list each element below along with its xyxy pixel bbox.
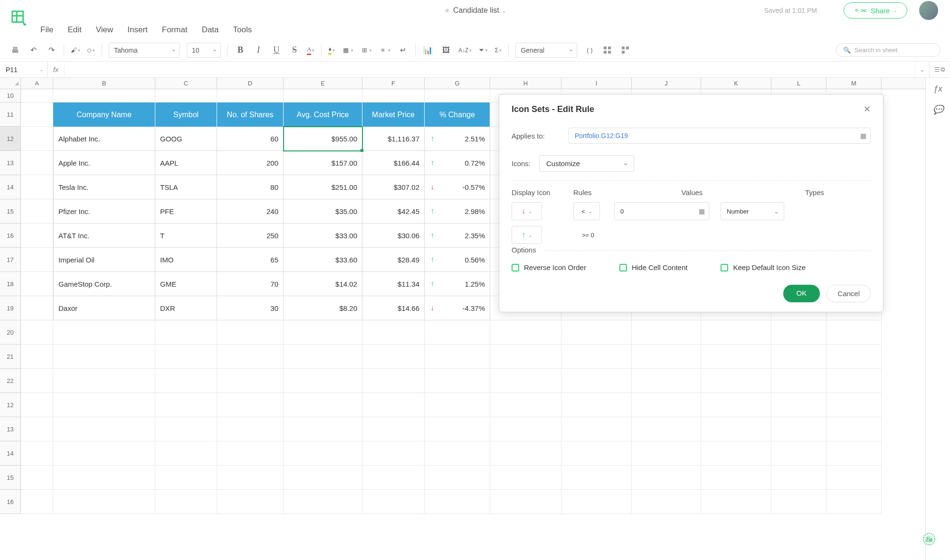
cell[interactable] xyxy=(826,345,882,369)
cell[interactable]: $955.00 xyxy=(284,127,362,151)
cell[interactable] xyxy=(771,466,826,490)
cell[interactable]: GME xyxy=(155,272,217,296)
cell[interactable] xyxy=(826,441,882,466)
cell[interactable] xyxy=(284,417,362,441)
row-header[interactable]: 19 xyxy=(0,296,21,320)
menu-view[interactable]: View xyxy=(96,25,114,35)
cell[interactable]: $157.00 xyxy=(284,151,362,175)
redo-icon[interactable]: ↷ xyxy=(46,44,57,57)
cell[interactable] xyxy=(425,466,490,490)
cell[interactable] xyxy=(701,369,771,393)
cell[interactable]: 70 xyxy=(217,272,284,296)
cell[interactable] xyxy=(425,393,490,417)
cell[interactable] xyxy=(632,369,701,393)
cell[interactable] xyxy=(21,248,53,272)
cell[interactable] xyxy=(771,345,826,369)
user-avatar[interactable] xyxy=(919,1,938,20)
clear-format-icon[interactable]: ◇▾ xyxy=(87,47,95,54)
cell[interactable] xyxy=(362,417,425,441)
cell[interactable]: Market Price xyxy=(362,103,425,127)
cell[interactable] xyxy=(284,369,362,393)
cell[interactable] xyxy=(217,345,284,369)
cell[interactable] xyxy=(771,490,826,514)
row-header[interactable]: 12 xyxy=(0,127,21,151)
cell[interactable] xyxy=(21,393,53,417)
cell[interactable]: $35.00 xyxy=(284,199,362,224)
cell[interactable] xyxy=(771,369,826,393)
cell[interactable] xyxy=(561,369,632,393)
row-header[interactable]: 15 xyxy=(0,466,21,490)
hide-content-checkbox[interactable]: Hide Cell Content xyxy=(619,263,688,271)
cell[interactable] xyxy=(561,320,632,345)
cell[interactable] xyxy=(362,466,425,490)
cell[interactable]: Imperial Oil xyxy=(53,248,155,272)
cancel-button[interactable]: Cancel xyxy=(826,285,871,302)
chevron-down-icon[interactable]: ⌄ xyxy=(502,8,506,13)
cell[interactable] xyxy=(561,441,632,466)
star-icon[interactable]: ★ xyxy=(444,7,450,14)
cell[interactable] xyxy=(217,320,284,345)
cell[interactable] xyxy=(21,296,53,320)
font-size-select[interactable]: 10 xyxy=(187,43,221,58)
icons-select[interactable]: Customize xyxy=(539,155,634,172)
cell[interactable] xyxy=(425,441,490,466)
column-header-J[interactable]: J xyxy=(632,78,701,89)
cell[interactable] xyxy=(701,320,771,345)
cell[interactable]: $42.45 xyxy=(362,199,425,224)
underline-button[interactable]: U xyxy=(271,44,282,57)
cell[interactable] xyxy=(632,345,701,369)
cell[interactable] xyxy=(632,320,701,345)
cell[interactable] xyxy=(21,89,53,103)
number-format-select[interactable]: General xyxy=(515,43,577,58)
undo-icon[interactable]: ↶ xyxy=(28,44,39,57)
cell[interactable] xyxy=(826,466,882,490)
cell[interactable]: $28.49 xyxy=(362,248,425,272)
cell[interactable]: Daxor xyxy=(53,296,155,320)
cell[interactable] xyxy=(701,393,771,417)
column-header-A[interactable]: A xyxy=(21,78,53,89)
cell[interactable] xyxy=(561,345,632,369)
cell[interactable] xyxy=(53,393,155,417)
cell[interactable]: AT&T Inc. xyxy=(53,224,155,248)
cell[interactable]: T xyxy=(155,224,217,248)
cell[interactable]: $8.20 xyxy=(284,296,362,320)
strikethrough-button[interactable]: S xyxy=(289,44,300,57)
fill-color-button[interactable]: ♦▾ xyxy=(328,46,335,55)
cell[interactable] xyxy=(362,369,425,393)
sidebar-toggle-icon[interactable]: ☰⚙ xyxy=(929,62,950,77)
cell[interactable] xyxy=(771,393,826,417)
document-title-group[interactable]: ★ Candidate list ⌄ xyxy=(444,6,506,15)
fx-panel-icon[interactable]: ƒx xyxy=(933,84,943,94)
chart-icon[interactable]: 📊 xyxy=(422,44,434,57)
cell[interactable] xyxy=(21,272,53,296)
cell[interactable]: Apple Inc. xyxy=(53,151,155,175)
cell[interactable] xyxy=(155,441,217,466)
cell[interactable]: GOOG xyxy=(155,127,217,151)
cell-reference-box[interactable]: P11 ⌄ xyxy=(0,62,48,77)
cell[interactable]: Avg. Cost Price xyxy=(284,103,362,127)
cell[interactable] xyxy=(217,369,284,393)
cell[interactable]: Tesla Inc. xyxy=(53,175,155,199)
cell[interactable] xyxy=(53,490,155,514)
cell[interactable]: IMO xyxy=(155,248,217,272)
cell[interactable] xyxy=(155,320,217,345)
range-picker-icon[interactable]: ▦ xyxy=(860,132,866,140)
paint-format-icon[interactable]: 🖌▾ xyxy=(71,47,80,54)
cell[interactable]: $14.02 xyxy=(284,272,362,296)
cell[interactable] xyxy=(826,320,882,345)
cell[interactable] xyxy=(21,417,53,441)
icon-select-2[interactable]: ↑⌄ xyxy=(512,226,542,244)
select-all-corner[interactable] xyxy=(0,78,21,89)
cell[interactable] xyxy=(217,441,284,466)
cell[interactable] xyxy=(490,417,561,441)
cell[interactable] xyxy=(21,466,53,490)
cell[interactable] xyxy=(771,441,826,466)
cell[interactable]: 60 xyxy=(217,127,284,151)
column-header-F[interactable]: F xyxy=(362,78,425,89)
help-icon[interactable]: Zia xyxy=(919,529,940,550)
cell[interactable] xyxy=(53,441,155,466)
wrap-text-button[interactable]: ↵ xyxy=(397,44,408,57)
cell[interactable] xyxy=(362,89,425,103)
cell[interactable]: 240 xyxy=(217,199,284,224)
reverse-order-checkbox[interactable]: Reverse Icon Order xyxy=(512,263,586,271)
